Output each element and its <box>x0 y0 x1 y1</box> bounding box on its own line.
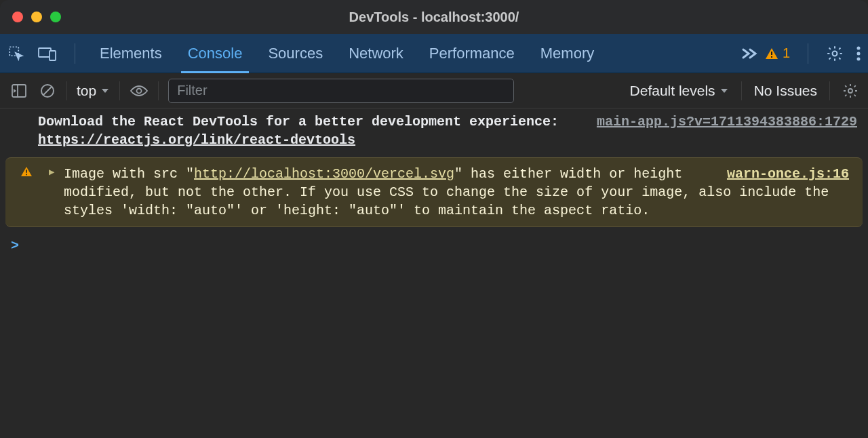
context-selector[interactable]: top <box>77 83 110 99</box>
warning-count: 1 <box>783 45 790 61</box>
log-link[interactable]: https://reactjs.org/link/react-devtools <box>38 132 355 148</box>
warning-triangle-icon <box>20 166 33 177</box>
divider <box>158 81 159 100</box>
minimize-window-button[interactable] <box>31 12 42 22</box>
eye-icon <box>130 84 149 98</box>
panel-tabs: Elements Console Sources Network Perform… <box>100 35 594 72</box>
svg-point-6 <box>857 46 861 49</box>
svg-rect-16 <box>26 174 27 176</box>
gear-icon <box>842 83 859 99</box>
svg-rect-15 <box>26 170 27 172</box>
sidebar-icon <box>11 83 27 98</box>
toggle-sidebar-button[interactable] <box>9 81 28 100</box>
inspect-element-icon[interactable] <box>7 44 26 63</box>
warning-triangle-icon <box>765 47 778 60</box>
clear-icon <box>39 83 56 99</box>
device-toolbar-icon[interactable] <box>38 44 57 63</box>
devtools-tabbar: Elements Console Sources Network Perform… <box>0 34 868 73</box>
divider <box>808 43 808 64</box>
divider <box>829 81 830 100</box>
console-prompt[interactable]: > <box>0 231 868 260</box>
window-title: DevTools - localhost:3000/ <box>349 9 519 25</box>
chevron-down-icon <box>719 87 729 94</box>
traffic-lights <box>12 12 61 22</box>
window-titlebar: DevTools - localhost:3000/ <box>0 0 868 34</box>
more-tabs-button[interactable]: 1 <box>741 45 790 61</box>
divider <box>741 81 742 100</box>
expand-toggle[interactable]: ▶ <box>49 166 54 179</box>
svg-rect-3 <box>771 52 772 55</box>
tab-network[interactable]: Network <box>349 35 403 72</box>
svg-point-14 <box>848 89 852 93</box>
context-label: top <box>77 83 96 99</box>
tab-memory[interactable]: Memory <box>540 35 594 72</box>
tab-sources[interactable]: Sources <box>268 35 323 72</box>
svg-point-13 <box>137 88 142 93</box>
levels-label: Default levels <box>630 83 715 99</box>
svg-rect-4 <box>771 56 772 58</box>
console-messages: main-app.js?v=1711394383886:1729 Downloa… <box>0 108 868 260</box>
chevron-double-right-icon <box>741 47 760 60</box>
svg-point-5 <box>833 51 837 56</box>
console-toolbar: top Default levels No Issues <box>0 73 868 108</box>
tab-elements[interactable]: Elements <box>100 35 162 72</box>
log-source-link[interactable]: warn-once.js:16 <box>727 165 849 183</box>
divider <box>75 43 75 64</box>
log-levels-selector[interactable]: Default levels <box>630 83 729 99</box>
filter-input[interactable] <box>168 79 514 103</box>
log-entry-warning: ▶ warn-once.js:16 Image with src "http:/… <box>5 157 863 227</box>
live-expression-button[interactable] <box>130 81 149 100</box>
issues-button[interactable]: No Issues <box>754 83 817 99</box>
gear-icon <box>826 45 844 62</box>
close-window-button[interactable] <box>12 12 23 22</box>
log-entry-info: main-app.js?v=1711394383886:1729 Downloa… <box>0 108 868 153</box>
tab-console[interactable]: Console <box>188 35 243 72</box>
prompt-chevron-icon: > <box>11 238 19 254</box>
tab-performance[interactable]: Performance <box>429 35 515 72</box>
svg-point-7 <box>857 52 861 55</box>
clear-console-button[interactable] <box>38 81 57 100</box>
log-source-link[interactable]: main-app.js?v=1711394383886:1729 <box>597 113 857 131</box>
svg-rect-2 <box>50 51 56 60</box>
svg-point-8 <box>857 57 861 60</box>
warning-src-link[interactable]: http://localhost:3000/vercel.svg <box>194 166 454 182</box>
divider <box>66 81 67 100</box>
settings-button[interactable] <box>826 45 844 62</box>
svg-line-12 <box>43 86 52 95</box>
chevron-down-icon <box>100 87 110 94</box>
kebab-icon <box>856 45 861 62</box>
console-settings-button[interactable] <box>842 83 859 99</box>
more-options-button[interactable] <box>856 45 861 62</box>
maximize-window-button[interactable] <box>50 12 61 22</box>
divider <box>119 81 120 100</box>
log-text: Download the React DevTools for a better… <box>38 114 559 130</box>
warning-count-badge: 1 <box>765 45 790 61</box>
